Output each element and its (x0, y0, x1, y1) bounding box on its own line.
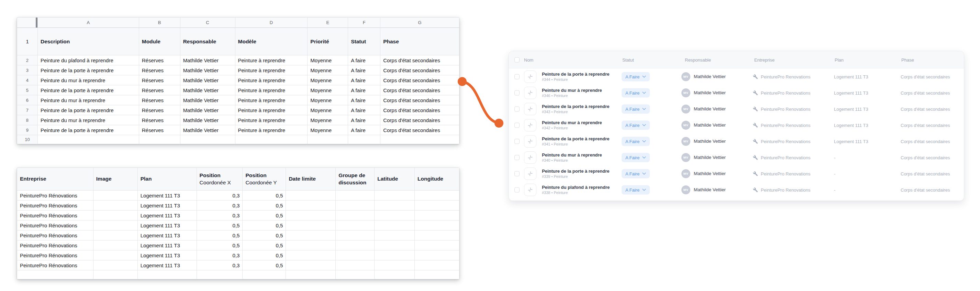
header-cell[interactable]: Date limite (286, 168, 336, 190)
cell[interactable] (375, 230, 415, 240)
cell[interactable]: PeinturePro Rénovations (17, 230, 94, 240)
cell[interactable]: 0,5 (197, 240, 243, 250)
cell[interactable] (286, 240, 336, 250)
row-checkbox[interactable] (514, 171, 520, 176)
header-cell[interactable]: Description (38, 28, 139, 55)
status-badge[interactable]: A Faire (622, 104, 650, 114)
cell[interactable]: Peinture du plafond à reprendre (38, 55, 139, 66)
cell[interactable] (138, 270, 197, 279)
row-number[interactable]: 1 (17, 28, 38, 55)
row-number[interactable]: 7 (17, 105, 38, 115)
cell[interactable]: Peinture à reprendre (235, 115, 308, 125)
header-cell[interactable]: Responsable (180, 28, 235, 55)
cell[interactable]: 0,5 (197, 230, 243, 240)
cell[interactable]: 0,5 (243, 200, 286, 211)
cell[interactable]: Mathilde Vettier (180, 95, 235, 105)
sheet-corner-cell[interactable] (17, 18, 38, 28)
cell[interactable] (415, 200, 460, 211)
cell[interactable] (286, 230, 336, 240)
cell[interactable]: Logement 111 T3 (138, 190, 197, 200)
task-row[interactable]: Peinture du mur à reprendre #340 • Peint… (509, 149, 964, 165)
task-row[interactable]: Peinture de la porte à reprendre #339 • … (509, 165, 964, 182)
task-row[interactable]: Peinture de la porte à reprendre #344 • … (509, 69, 964, 85)
cell[interactable] (94, 250, 138, 261)
column-header-plan[interactable]: Plan (835, 57, 843, 62)
cell[interactable]: Mathilde Vettier (180, 66, 235, 75)
cell[interactable]: Peinture à reprendre (235, 66, 308, 75)
cell[interactable] (415, 230, 460, 240)
row-number[interactable]: 3 (17, 66, 38, 75)
cell[interactable] (336, 261, 375, 270)
cell[interactable]: A faire (348, 115, 380, 125)
cell[interactable]: Peinture à reprendre (235, 105, 308, 115)
cell[interactable] (94, 200, 138, 211)
cell[interactable]: 0,3 (197, 190, 243, 200)
cell[interactable]: Mathilde Vettier (180, 75, 235, 85)
cell[interactable]: Réserves (139, 66, 180, 75)
cell[interactable]: Peinture de la porte à reprendre (38, 66, 139, 75)
cell[interactable]: A faire (348, 125, 380, 135)
cell[interactable] (375, 190, 415, 200)
cell[interactable] (94, 211, 138, 221)
row-checkbox[interactable] (514, 155, 520, 160)
cell[interactable]: Mathilde Vettier (180, 55, 235, 66)
cell[interactable]: A faire (348, 85, 380, 95)
cell[interactable] (286, 250, 336, 261)
status-badge[interactable]: A Faire (622, 88, 650, 98)
cell[interactable]: PeinturePro Rénovations (17, 190, 94, 200)
cell[interactable]: Moyenne (307, 75, 348, 85)
column-header-phase[interactable]: Phase (901, 57, 914, 62)
cell[interactable]: Peinture du mur à reprendre (38, 115, 139, 125)
cell[interactable] (94, 221, 138, 230)
cell[interactable] (375, 200, 415, 211)
cell[interactable]: PeinturePro Rénovations (17, 211, 94, 221)
row-checkbox[interactable] (514, 139, 520, 144)
header-cell[interactable]: Phase (380, 28, 460, 55)
header-cell[interactable]: Longitude (415, 168, 460, 190)
cell[interactable]: Réserves (139, 85, 180, 95)
cell[interactable] (94, 240, 138, 250)
cell[interactable]: 0,5 (243, 190, 286, 200)
cell[interactable] (336, 211, 375, 221)
cell[interactable]: Peinture à reprendre (235, 55, 308, 66)
cell[interactable]: 0,5 (243, 261, 286, 270)
cell[interactable]: Peinture du mur à reprendre (38, 95, 139, 105)
row-number[interactable]: 9 (17, 125, 38, 135)
cell[interactable]: Logement 111 T3 (138, 240, 197, 250)
cell[interactable] (286, 261, 336, 270)
cell[interactable] (375, 221, 415, 230)
cell[interactable] (336, 270, 375, 279)
header-cell[interactable]: Plan (138, 168, 197, 190)
cell[interactable] (415, 221, 460, 230)
cell[interactable] (415, 190, 460, 200)
cell[interactable]: PeinturePro Rénovations (17, 200, 94, 211)
cell[interactable]: Peinture du mur à reprendre (38, 75, 139, 85)
column-letter[interactable]: A (38, 18, 139, 28)
cell[interactable]: Moyenne (307, 105, 348, 115)
cell[interactable]: Peinture de la porte à reprendre (38, 125, 139, 135)
column-letter[interactable]: F (348, 18, 380, 28)
column-header-responsable[interactable]: Responsable (685, 57, 711, 62)
cell[interactable] (139, 135, 180, 144)
cell[interactable]: A faire (348, 105, 380, 115)
cell[interactable]: Moyenne (307, 125, 348, 135)
cell[interactable] (286, 200, 336, 211)
cell[interactable]: Corps d'état secondaires (380, 115, 460, 125)
cell[interactable]: A faire (348, 75, 380, 85)
row-checkbox[interactable] (514, 122, 520, 128)
cell[interactable] (415, 211, 460, 221)
cell[interactable]: Corps d'état secondaires (380, 125, 460, 135)
cell[interactable]: Mathilde Vettier (180, 115, 235, 125)
row-number[interactable]: 5 (17, 85, 38, 95)
header-cell[interactable]: Entreprise (17, 168, 94, 190)
cell[interactable] (348, 135, 380, 144)
header-cell[interactable]: Latitude (375, 168, 415, 190)
cell[interactable]: Moyenne (307, 55, 348, 66)
cell[interactable] (375, 211, 415, 221)
cell[interactable]: 0,3 (197, 250, 243, 261)
cell[interactable] (415, 270, 460, 279)
cell[interactable]: 0,5 (243, 230, 286, 240)
cell[interactable] (415, 240, 460, 250)
cell[interactable] (180, 135, 235, 144)
cell[interactable]: Moyenne (307, 85, 348, 95)
